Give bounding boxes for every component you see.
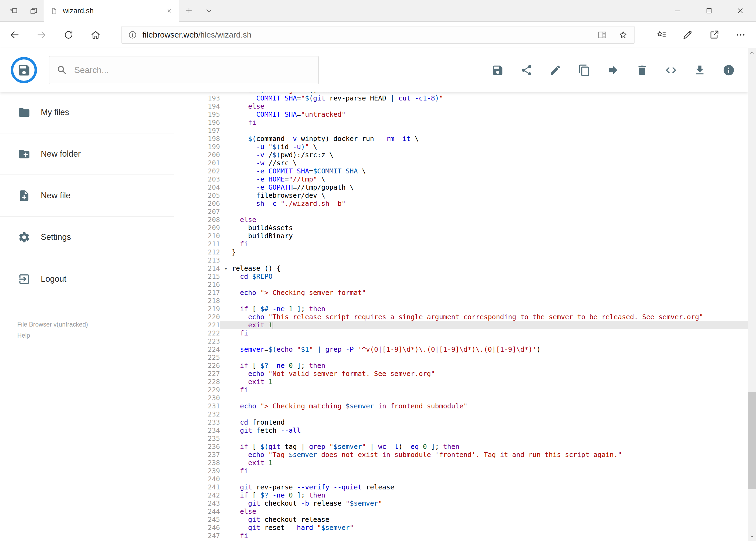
code-view-button[interactable] bbox=[656, 56, 685, 85]
maximize-button[interactable] bbox=[693, 0, 725, 22]
save-button[interactable] bbox=[483, 56, 512, 85]
code-line[interactable]: 196 fi bbox=[174, 119, 748, 127]
code-line[interactable]: 247 fi bbox=[174, 532, 748, 540]
code-line[interactable]: 213 bbox=[174, 256, 748, 265]
scroll-down-icon[interactable] bbox=[748, 532, 756, 541]
code-line[interactable]: 218 bbox=[174, 297, 748, 305]
code-line[interactable]: 238 exit 1 bbox=[174, 459, 748, 467]
code-line[interactable]: 216 bbox=[174, 280, 748, 289]
sidebar-item-settings[interactable]: Settings bbox=[0, 217, 174, 258]
code-line[interactable]: 221 exit 1 bbox=[174, 321, 748, 329]
code-line[interactable]: 229 fi bbox=[174, 386, 748, 394]
code-line[interactable]: 219 if [ $# -ne 1 ]; then bbox=[174, 305, 748, 313]
code-line[interactable]: 200 -v /$(pwd):/src:z \ bbox=[174, 151, 748, 159]
code-line[interactable]: 226 if [ $? -ne 0 ]; then bbox=[174, 362, 748, 370]
sidebar-item-new-file[interactable]: New file bbox=[0, 175, 174, 217]
code-line[interactable]: 204 -e GOPATH=//tmp/gopath \ bbox=[174, 184, 748, 192]
sidebar-item-my-files[interactable]: My files bbox=[0, 92, 174, 134]
web-note-button[interactable] bbox=[674, 22, 701, 48]
help-link[interactable]: Help bbox=[17, 332, 174, 339]
hub-button[interactable] bbox=[648, 22, 674, 48]
move-button[interactable] bbox=[599, 56, 628, 85]
back-button[interactable] bbox=[1, 22, 28, 48]
page-scrollbar[interactable] bbox=[748, 48, 756, 541]
code-line[interactable]: 220 echo "This release script requires a… bbox=[174, 313, 748, 321]
code-line[interactable]: 192 if [ -d ".git" ]; then bbox=[174, 92, 748, 94]
code-line[interactable]: 206 sh -c "./wizard.sh -b" bbox=[174, 200, 748, 208]
code-line[interactable]: 237 echo "Tag $semver does not exist in … bbox=[174, 451, 748, 459]
info-button[interactable] bbox=[714, 56, 743, 85]
reading-view-icon[interactable] bbox=[597, 30, 607, 40]
code-line[interactable]: 243 git checkout -b release "$semver" bbox=[174, 499, 748, 507]
scroll-up-icon[interactable] bbox=[748, 48, 756, 58]
code-line[interactable]: 195 COMMIT_SHA="untracked" bbox=[174, 111, 748, 119]
code-line[interactable]: 197 bbox=[174, 127, 748, 135]
code-line[interactable]: 233 cd frontend bbox=[174, 418, 748, 426]
minimize-button[interactable] bbox=[662, 0, 693, 22]
code-line[interactable]: 207 bbox=[174, 208, 748, 216]
home-button[interactable] bbox=[82, 22, 109, 48]
code-line[interactable]: 224 semver=$(echo "$1" | grep -P '^v(0|[… bbox=[174, 345, 748, 353]
code-line[interactable]: 208 else bbox=[174, 216, 748, 224]
more-menu-button[interactable] bbox=[727, 22, 754, 48]
code-line[interactable]: 232 bbox=[174, 410, 748, 418]
code-line[interactable]: 244 else bbox=[174, 507, 748, 516]
download-button[interactable] bbox=[685, 56, 714, 85]
tabs-preview-icon[interactable] bbox=[24, 0, 44, 22]
code-line[interactable]: 230 bbox=[174, 394, 748, 402]
code-line[interactable]: 235 bbox=[174, 435, 748, 443]
search-bar[interactable] bbox=[49, 56, 319, 84]
url-field[interactable]: filebrowser.web/files/wizard.sh bbox=[122, 26, 634, 44]
code-line[interactable]: 239 fi bbox=[174, 467, 748, 475]
code-line[interactable]: 228 exit 1 bbox=[174, 378, 748, 386]
code-line[interactable]: 245 git checkout release bbox=[174, 516, 748, 524]
code-line[interactable]: 203 -e HOME="//tmp" \ bbox=[174, 175, 748, 184]
close-button[interactable] bbox=[725, 0, 756, 22]
code-line[interactable]: 212} bbox=[174, 248, 748, 256]
code-line[interactable]: 231 echo "> Checking matching $semver in… bbox=[174, 402, 748, 410]
code-line[interactable]: 236 if [ $(git tag | grep "$semver" | wc… bbox=[174, 443, 748, 451]
active-tab[interactable]: wizard.sh bbox=[44, 0, 179, 22]
share-button[interactable] bbox=[512, 56, 541, 85]
sidebar-item-logout[interactable]: Logout bbox=[0, 258, 174, 300]
tab-close-icon[interactable] bbox=[166, 8, 173, 14]
code-line[interactable]: 241 git rev-parse --verify --quiet relea… bbox=[174, 483, 748, 491]
code-line[interactable]: 205 filebrowser/dev \ bbox=[174, 192, 748, 200]
code-line[interactable]: 222 fi bbox=[174, 329, 748, 337]
forward-button[interactable] bbox=[28, 22, 55, 48]
code-line[interactable]: 210 buildBinary bbox=[174, 232, 748, 240]
code-line[interactable]: 227 echo "Not valid semver format. See s… bbox=[174, 370, 748, 378]
search-input[interactable] bbox=[74, 65, 311, 75]
code-line[interactable]: 225 bbox=[174, 353, 748, 362]
code-line[interactable]: 209 buildAssets bbox=[174, 224, 748, 232]
refresh-button[interactable] bbox=[55, 22, 82, 48]
page-info-icon[interactable] bbox=[128, 30, 137, 39]
code-line[interactable]: 194 else bbox=[174, 102, 748, 111]
code-line[interactable]: 246 git reset --hard "$semver" bbox=[174, 524, 748, 532]
rename-button[interactable] bbox=[541, 56, 570, 85]
share-page-button[interactable] bbox=[701, 22, 727, 48]
code-editor[interactable]: 192 if [ -d ".git" ]; then193 COMMIT_SHA… bbox=[174, 92, 748, 541]
copy-button[interactable] bbox=[570, 56, 599, 85]
scrollbar-thumb[interactable] bbox=[748, 392, 756, 489]
fold-marker-icon[interactable]: ▾ bbox=[220, 265, 232, 272]
code-line[interactable]: 215 cd $REPO bbox=[174, 272, 748, 280]
code-line[interactable]: 240 bbox=[174, 475, 748, 483]
code-line[interactable]: 217 echo "> Checking semver format" bbox=[174, 289, 748, 297]
tab-preview-chevron-icon[interactable] bbox=[199, 0, 219, 22]
code-line[interactable]: 199 -u "$(id -u)" \ bbox=[174, 143, 748, 151]
new-tab-button[interactable] bbox=[179, 0, 199, 22]
favorite-star-icon[interactable] bbox=[619, 30, 628, 40]
delete-button[interactable] bbox=[628, 56, 656, 85]
sidebar-item-new-folder[interactable]: New folder bbox=[0, 134, 174, 175]
code-line[interactable]: 193 COMMIT_SHA="$(git rev-parse HEAD | c… bbox=[174, 94, 748, 102]
code-line[interactable]: 242 if [ $? -ne 0 ]; then bbox=[174, 491, 748, 499]
code-line[interactable]: 202 -e COMMIT_SHA=$COMMIT_SHA \ bbox=[174, 167, 748, 175]
code-line[interactable]: 214▾release () { bbox=[174, 265, 748, 272]
set-tabs-aside-icon[interactable] bbox=[4, 0, 24, 22]
code-line[interactable]: 223 bbox=[174, 337, 748, 345]
code-line[interactable]: 211 fi bbox=[174, 240, 748, 248]
code-line[interactable]: 201 -w //src \ bbox=[174, 159, 748, 167]
code-line[interactable]: 198 $(command -v winpty) docker run --rm… bbox=[174, 135, 748, 143]
code-line[interactable]: 234 git fetch --all bbox=[174, 426, 748, 435]
